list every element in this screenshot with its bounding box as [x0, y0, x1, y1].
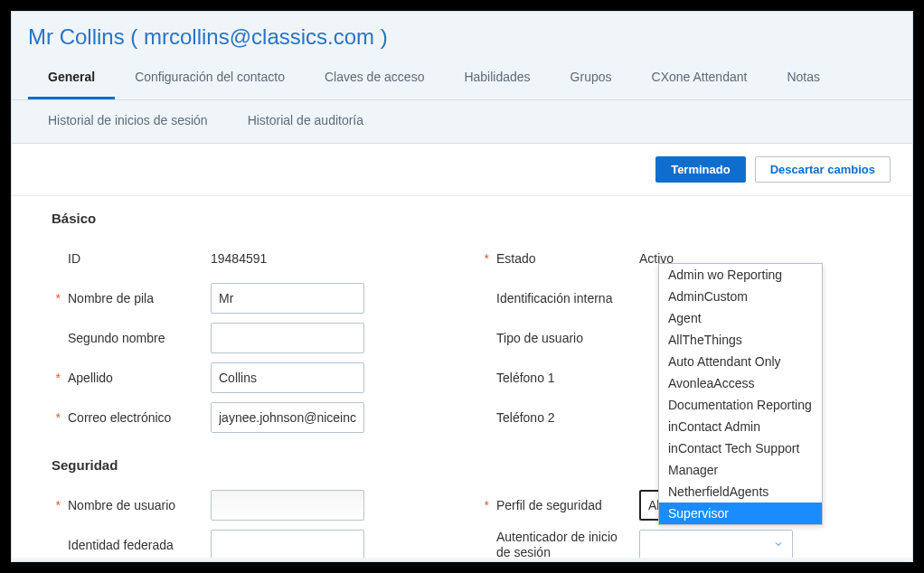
dropdown-option[interactable]: inContact Tech Support: [659, 437, 822, 459]
federated-input[interactable]: [211, 530, 364, 558]
dropdown-option[interactable]: AdminCustom: [659, 286, 822, 307]
firstname-label: Nombre de pila: [68, 291, 203, 305]
phone2-label: Teléfono 2: [496, 410, 632, 425]
done-button[interactable]: Terminado: [655, 156, 746, 183]
required-icon: *: [52, 371, 61, 385]
dropdown-option[interactable]: Auto Attendant Only: [659, 351, 822, 372]
dropdown-option[interactable]: Agent: [659, 307, 822, 329]
security-profile-label: Perfil de seguridad: [496, 498, 632, 512]
required-icon: *: [52, 410, 61, 425]
tab-contact-config[interactable]: Configuración del contacto: [115, 57, 305, 99]
tabs-row-1: General Configuración del contacto Clave…: [12, 57, 912, 100]
tab-cxone-attendant[interactable]: CXone Attendant: [632, 57, 768, 99]
dropdown-option[interactable]: Admin wo Reporting: [659, 264, 822, 286]
required-icon: *: [52, 291, 61, 305]
authenticator-select[interactable]: [639, 530, 793, 558]
tab-access-keys[interactable]: Claves de acceso: [305, 57, 445, 99]
security-profile-dropdown[interactable]: Admin wo ReportingAdminCustomAgentAllThe…: [658, 263, 823, 525]
id-value: 19484591: [211, 251, 267, 266]
tabs-row-2: Historial de inicios de sesión Historial…: [12, 100, 912, 144]
email-label: Correo electrónico: [68, 410, 203, 425]
username-label: Nombre de usuario: [68, 498, 203, 512]
required-icon: *: [480, 498, 489, 512]
dropdown-option[interactable]: AllTheThings: [659, 329, 822, 351]
email-input[interactable]: [211, 402, 364, 433]
lastname-input[interactable]: [211, 362, 364, 393]
dropdown-option[interactable]: inContact Admin: [659, 416, 822, 437]
tab-groups[interactable]: Grupos: [551, 57, 632, 99]
dropdown-option[interactable]: AvonleaAccess: [659, 372, 822, 394]
dropdown-option[interactable]: Manager: [659, 459, 822, 481]
tab-login-history[interactable]: Historial de inicios de sesión: [28, 100, 228, 143]
page-title: Mr Collins ( mrcollins@classics.com ): [12, 12, 912, 57]
tab-notes[interactable]: Notas: [767, 57, 840, 99]
authenticator-label: Autenticador de inicio de sesión: [496, 530, 632, 558]
id-label: ID: [68, 251, 203, 266]
usertype-label: Tipo de usuario: [496, 331, 632, 345]
middlename-input[interactable]: [211, 323, 364, 353]
action-bar: Terminado Descartar cambios: [12, 144, 912, 196]
lastname-label: Apellido: [68, 371, 203, 385]
federated-label: Identidad federada: [68, 538, 203, 552]
required-icon: *: [52, 498, 61, 512]
dropdown-option[interactable]: NetherfieldAgents: [659, 481, 822, 503]
dropdown-option[interactable]: Documentation Reporting: [659, 394, 822, 416]
tab-audit-history[interactable]: Historial de auditoría: [228, 100, 383, 143]
username-input[interactable]: [211, 490, 364, 521]
middlename-label: Segundo nombre: [68, 331, 203, 345]
state-label: Estado: [496, 251, 632, 266]
discard-button[interactable]: Descartar cambios: [755, 156, 891, 183]
required-icon: *: [480, 251, 489, 266]
user-detail-panel: Mr Collins ( mrcollins@classics.com ) Ge…: [11, 11, 913, 562]
tab-skills[interactable]: Habilidades: [444, 57, 550, 99]
firstname-input[interactable]: [211, 283, 364, 314]
internal-id-label: Identificación interna: [496, 291, 632, 305]
section-basic-title: Básico: [12, 196, 912, 233]
tab-general[interactable]: General: [28, 57, 115, 99]
dropdown-option[interactable]: Supervisor: [659, 503, 822, 524]
phone1-label: Teléfono 1: [496, 371, 632, 385]
